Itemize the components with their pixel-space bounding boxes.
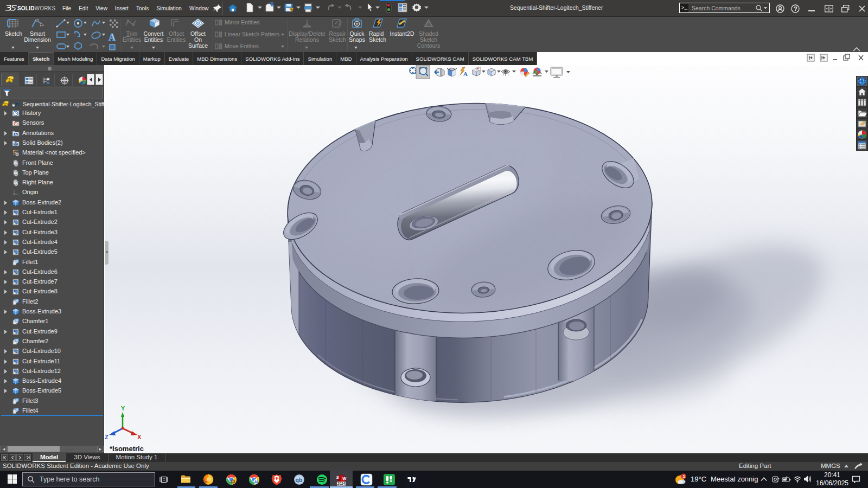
svg-text:!: !	[291, 8, 292, 12]
svg-text:A: A	[15, 132, 17, 136]
svg-text:X: X	[137, 434, 142, 440]
svg-text:Z: Z	[105, 434, 108, 440]
svg-text:A: A	[108, 32, 116, 43]
svg-text:S: S	[336, 476, 339, 480]
svg-text:qb: qb	[296, 477, 303, 483]
svg-text:Y: Y	[121, 405, 125, 412]
svg-text:?: ?	[794, 5, 797, 12]
svg-text:W: W	[342, 476, 347, 481]
svg-text:A: A	[463, 70, 468, 77]
svg-text:AI: AI	[254, 480, 258, 484]
svg-text:1: 1	[682, 474, 685, 479]
svg-text:2024: 2024	[337, 481, 346, 485]
svg-text:SOLIDWORKS: SOLIDWORKS	[17, 5, 55, 11]
